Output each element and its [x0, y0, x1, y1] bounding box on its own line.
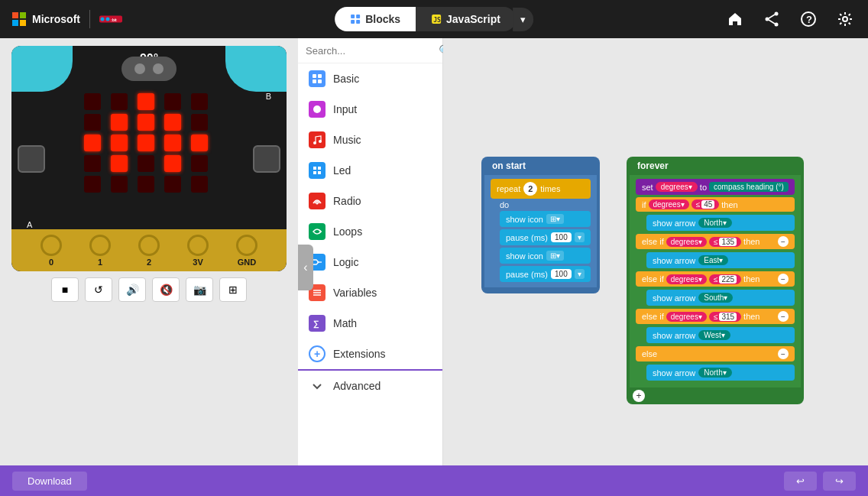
collapse-simulator-button[interactable]: ‹ — [298, 245, 313, 290]
pin-0[interactable] — [40, 235, 62, 256]
else-body: show arrow North▾ — [636, 363, 795, 382]
button-a[interactable] — [18, 145, 45, 173]
pin-1-label: 1 — [98, 258, 102, 267]
if-block-1[interactable]: if degrees▾ ≤ 45 then — [636, 197, 795, 212]
microbit-eye-right — [153, 63, 164, 74]
else-if-2-body: show arrow South▾ — [636, 288, 795, 307]
svg-point-27 — [313, 141, 316, 144]
simulator-controls: ■ ↺ 🔊 🔇 📷 ⊞ — [51, 277, 247, 302]
pin-1[interactable] — [89, 235, 111, 256]
svg-line-17 — [769, 15, 775, 18]
else-if-block-1[interactable]: else if degrees▾ ≤ 135 then − — [636, 234, 795, 249]
pause-block-2[interactable]: pause (ms) 100 ▾ — [500, 266, 591, 282]
compass-pill: compass heading (°) — [709, 182, 789, 192]
pin-gnd[interactable] — [236, 235, 257, 256]
header-actions: ? — [724, 8, 856, 30]
tab-blocks-button[interactable]: Blocks — [335, 7, 416, 31]
else-if-block-2[interactable]: else if degrees▾ ≤ 225 then − — [636, 271, 795, 287]
toolbox-item-advanced[interactable]: Advanced — [298, 369, 442, 401]
show-arrow-west[interactable]: show arrow West▾ — [646, 327, 795, 343]
svg-rect-30 — [318, 167, 321, 170]
add-block-button[interactable]: + — [633, 390, 645, 402]
microbit-device: 90° — [11, 46, 287, 271]
toolbox-item-music[interactable]: Music — [298, 125, 442, 155]
header: Microsoft :bit Blocks JS JavaScript — [0, 0, 868, 38]
toolbox-extensions-label: Extensions — [333, 348, 385, 360]
toolbox-item-basic[interactable]: Basic — [298, 63, 442, 94]
loops-icon — [309, 223, 326, 240]
minus-btn-else[interactable]: − — [778, 348, 789, 359]
show-icon-block-1[interactable]: show icon ⊞▾ — [500, 211, 591, 227]
toolbox-item-math[interactable]: ∑ Math — [298, 308, 442, 339]
toolbox-item-variables[interactable]: Variables — [298, 277, 442, 308]
else-if-degrees-3: degrees▾ — [666, 312, 707, 322]
svg-text:JS: JS — [433, 17, 441, 24]
show-arrow-east[interactable]: show arrow East▾ — [646, 252, 795, 268]
sim-mute-button[interactable]: 🔇 — [152, 277, 180, 302]
pin-3v[interactable] — [187, 235, 209, 256]
svg-text:?: ? — [806, 14, 812, 25]
toolbox-item-led[interactable]: Led — [298, 155, 442, 186]
toolbox-item-input[interactable]: Input — [298, 94, 442, 125]
pin-bar: 0 1 2 3V GND — [11, 229, 287, 271]
else-if-3-body: show arrow West▾ — [636, 326, 795, 345]
else-if-degrees-1: degrees▾ — [666, 237, 707, 247]
forever-body: set degrees▾ to compass heading (°) if d… — [627, 175, 804, 387]
toolbox-item-loops[interactable]: Loops — [298, 216, 442, 247]
else-if-1-body: show arrow East▾ — [636, 251, 795, 270]
minus-btn-2[interactable]: − — [778, 274, 789, 284]
show-arrow-north[interactable]: show arrow North▾ — [646, 215, 795, 231]
minus-btn-1[interactable]: − — [778, 236, 789, 247]
search-input[interactable] — [306, 45, 434, 57]
button-b[interactable] — [253, 145, 280, 173]
on-start-block-group: on start repeat 2 times do show icon — [481, 157, 600, 293]
redo-button[interactable]: ↪ — [823, 472, 856, 491]
minus-btn-3[interactable]: − — [778, 311, 789, 322]
pin-2[interactable] — [138, 235, 160, 256]
svg-rect-29 — [313, 167, 316, 170]
tab-js-button[interactable]: JS JavaScript — [416, 7, 516, 31]
brand: Microsoft — [12, 12, 80, 26]
show-arrow-north-else[interactable]: show arrow North▾ — [646, 365, 795, 381]
svg-rect-9 — [356, 15, 360, 18]
set-block[interactable]: set degrees▾ to compass heading (°) — [636, 179, 795, 195]
sim-stop-button[interactable]: ■ — [51, 277, 79, 302]
sim-fullscreen-button[interactable]: ⊞ — [219, 277, 247, 302]
device-corner-tl — [11, 46, 73, 92]
microsoft-label: Microsoft — [32, 13, 80, 25]
else-block[interactable]: else − — [636, 346, 795, 361]
help-icon[interactable]: ? — [798, 8, 819, 30]
sim-sound-button[interactable]: 🔊 — [118, 277, 146, 302]
sim-screenshot-button[interactable]: 📷 — [186, 277, 213, 302]
on-start-header: on start — [481, 157, 600, 175]
toolbox-item-extensions[interactable]: + Extensions — [298, 339, 442, 369]
degrees-pill: degrees▾ — [656, 182, 698, 192]
show-arrow-south[interactable]: show arrow South▾ — [646, 290, 795, 306]
input-icon — [309, 101, 326, 118]
download-button[interactable]: Download — [12, 472, 87, 491]
js-icon: JS — [431, 14, 442, 24]
svg-point-5 — [101, 18, 105, 21]
mode-tabs: Blocks JS JavaScript ▾ — [335, 7, 533, 31]
toolbox-item-logic[interactable]: Logic — [298, 247, 442, 277]
undo-button[interactable]: ↩ — [784, 472, 817, 491]
svg-rect-31 — [313, 171, 316, 174]
repeat-block[interactable]: repeat 2 times — [491, 179, 591, 199]
svg-point-6 — [106, 18, 110, 21]
pause-block-1[interactable]: pause (ms) 100 ▾ — [500, 229, 591, 245]
toolbox-item-radio[interactable]: Radio — [298, 186, 442, 216]
bottom-bar: Download ↩ ↪ — [0, 465, 868, 496]
sim-restart-button[interactable]: ↺ — [85, 277, 112, 302]
settings-icon[interactable] — [834, 8, 856, 30]
svg-point-33 — [316, 203, 319, 205]
tab-dropdown-button[interactable]: ▾ — [513, 8, 533, 31]
if-1-body: show arrow North▾ — [636, 213, 795, 232]
home-icon[interactable] — [724, 8, 746, 30]
share-icon[interactable] — [761, 8, 782, 30]
microbit-brand: :bit — [99, 12, 122, 26]
show-icon-block-2[interactable]: show icon ⊞▾ — [500, 248, 591, 264]
toolbox-panel: 🔍 Basic — [298, 38, 443, 496]
main-content: 90° — [0, 38, 868, 496]
else-if-block-3[interactable]: else if degrees▾ ≤ 315 then − — [636, 309, 795, 324]
forever-block-group: forever set degrees▾ to compass heading … — [627, 157, 804, 404]
